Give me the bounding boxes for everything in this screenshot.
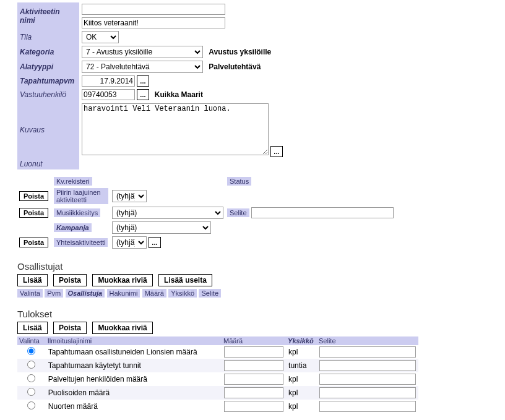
piirin-laajuinen-select[interactable]: (tyhjä) bbox=[112, 190, 147, 202]
poista-row-1[interactable]: Poista bbox=[19, 191, 48, 201]
row-name: Puolisoiden määrä bbox=[46, 386, 222, 400]
row-radio[interactable] bbox=[27, 388, 35, 396]
row-maara-input[interactable] bbox=[224, 387, 283, 398]
col-selite: Selite bbox=[199, 289, 221, 298]
osallistujat-toolbar: Lisää Poista Muokkaa riviä Lisää useita bbox=[17, 274, 488, 286]
tulokset-col-ilmoituslajinimi: Ilmoituslajinimi bbox=[46, 336, 222, 345]
label-luonut: Luonut bbox=[17, 158, 79, 169]
row-name: Palveltujen henkilöiden määrä bbox=[46, 372, 222, 386]
activity-form: Aktiviteetin nimi Tila OK Kategoria 7 - … bbox=[17, 2, 285, 169]
label-kategoria: Kategoria bbox=[17, 45, 79, 59]
osallistujat-poista-button[interactable]: Poista bbox=[53, 274, 87, 286]
row-selite-input[interactable] bbox=[319, 387, 416, 398]
row-name: Nuorten määrä bbox=[46, 400, 222, 413]
blank-top-input[interactable] bbox=[82, 4, 225, 15]
osallistujat-header: Valinta Pvm Osallistuja Hakunimi Määrä Y… bbox=[17, 289, 488, 298]
table-row: Palveltujen henkilöiden määräkpl bbox=[17, 372, 418, 386]
kategoria-text: Avustus yksilöille bbox=[209, 48, 271, 56]
kategoria-select[interactable]: 7 - Avustus yksilöille bbox=[82, 46, 203, 58]
yhteisaktiviteetti-select[interactable]: (tyhjä) bbox=[112, 236, 147, 249]
table-row: Tapahtumaan osallistuneiden Lionsien mää… bbox=[17, 345, 418, 359]
aktiviteetin-nimi-input[interactable] bbox=[82, 17, 225, 28]
musiikkiesitys-select[interactable]: (tyhjä) bbox=[112, 207, 223, 219]
poista-row-4[interactable]: Poista bbox=[19, 238, 48, 247]
osallistujat-lisaa-button[interactable]: Lisää bbox=[17, 274, 48, 286]
table-row: Nuorten määräkpl bbox=[17, 400, 418, 413]
label-tila: Tila bbox=[17, 30, 79, 45]
row-maara-input[interactable] bbox=[224, 346, 283, 358]
row-radio[interactable] bbox=[27, 401, 35, 409]
row-radio[interactable] bbox=[27, 374, 35, 382]
row-unit: kpl bbox=[286, 345, 317, 359]
label-tapahtumapvm: Tapahtumapvm bbox=[17, 74, 79, 88]
tulokset-table: Valinta Ilmoituslajinimi Määrä Yksikkö S… bbox=[17, 336, 418, 413]
table-row: Puolisoiden määräkpl bbox=[17, 386, 418, 400]
row-radio[interactable] bbox=[27, 347, 35, 355]
kuvaus-expand-button[interactable]: ... bbox=[270, 146, 282, 157]
tulokset-col-valinta: Valinta bbox=[17, 336, 46, 345]
col-kvrekisteri: Kv.rekisteri bbox=[54, 177, 92, 186]
col-pvm: Pvm bbox=[45, 289, 63, 298]
col-maara: Määrä bbox=[142, 289, 166, 298]
tulokset-lisaa-button[interactable]: Lisää bbox=[17, 322, 48, 334]
tapahtumapvm-picker-button[interactable]: ... bbox=[137, 75, 149, 87]
label-kampanja: Kampanja bbox=[54, 223, 92, 232]
label-alatyyppi: Alatyyppi bbox=[17, 59, 79, 74]
osallistujat-muokkaa-button[interactable]: Muokkaa riviä bbox=[92, 274, 152, 286]
row-unit: kpl bbox=[286, 386, 317, 400]
table-row: Tapahtumaan käytetyt tunnittuntia bbox=[17, 359, 418, 372]
sub-attributes: Kv.rekisteri Status Poista Piirin laajui… bbox=[17, 176, 395, 250]
tulokset-muokkaa-button[interactable]: Muokkaa riviä bbox=[92, 322, 152, 334]
row-selite-input[interactable] bbox=[319, 374, 416, 385]
tulokset-col-selite: Selite bbox=[317, 336, 418, 345]
col-valinta: Valinta bbox=[17, 289, 43, 298]
alatyyppi-text: Palvelutehtävä bbox=[209, 62, 261, 71]
label-aktiviteetin-nimi: Aktiviteetin nimi bbox=[17, 2, 79, 30]
row-name: Tapahtumaan osallistuneiden Lionsien mää… bbox=[46, 345, 222, 359]
tulokset-toolbar: Lisää Poista Muokkaa riviä bbox=[17, 322, 488, 334]
row-maara-input[interactable] bbox=[224, 360, 283, 371]
label-piirin-laajuinen: Piirin laajuinen aktiviteetti bbox=[54, 188, 108, 204]
row-selite-input[interactable] bbox=[319, 401, 416, 412]
tulokset-poista-button[interactable]: Poista bbox=[53, 322, 87, 334]
tulokset-col-maara: Määrä bbox=[222, 336, 286, 345]
col-status: Status bbox=[227, 177, 251, 186]
row-name: Tapahtumaan käytetyt tunnit bbox=[46, 359, 222, 372]
col-osallistuja: Osallistuja bbox=[66, 289, 105, 298]
osallistujat-title: Osallistujat bbox=[17, 261, 488, 272]
label-selite: Selite bbox=[227, 208, 249, 217]
tila-select[interactable]: OK bbox=[82, 31, 119, 43]
row-selite-input[interactable] bbox=[319, 360, 416, 371]
alatyyppi-select[interactable]: 72 - Palvelutehtävä bbox=[82, 61, 203, 73]
col-yksikko: Yksikkö bbox=[168, 289, 197, 298]
vastuuhenkilo-picker-button[interactable]: ... bbox=[137, 89, 149, 100]
row-selite-input[interactable] bbox=[319, 346, 416, 358]
label-kuvaus: Kuvaus bbox=[17, 101, 79, 158]
kampanja-select[interactable]: (tyhjä) bbox=[112, 221, 211, 234]
row-unit: kpl bbox=[286, 400, 317, 413]
label-vastuuhenkilo: Vastuuhenkilö bbox=[17, 88, 79, 101]
label-musiikkiesitys: Musiikkiesitys bbox=[54, 208, 100, 217]
musiikkiesitys-selite-input[interactable] bbox=[251, 207, 394, 218]
osallistujat-lisaa-useita-button[interactable]: Lisää useita bbox=[158, 274, 212, 286]
label-yhteisaktiviteetti: Yhteisaktiviteetti bbox=[54, 238, 108, 247]
row-maara-input[interactable] bbox=[224, 401, 283, 412]
row-maara-input[interactable] bbox=[224, 374, 283, 385]
col-hakunimi: Hakunimi bbox=[107, 289, 140, 298]
row-radio[interactable] bbox=[27, 361, 35, 369]
row-unit: tuntia bbox=[286, 359, 317, 372]
tulokset-col-yksikko: Yksikkö bbox=[286, 336, 317, 345]
kuvaus-textarea[interactable]: haravointi Veli Veteraanin luona. bbox=[82, 103, 269, 155]
row-unit: kpl bbox=[286, 372, 317, 386]
yhteisaktiviteetti-picker-button[interactable]: ... bbox=[149, 237, 160, 248]
vastuuhenkilo-name: Kuikka Maarit bbox=[155, 90, 203, 99]
vastuuhenkilo-code-input[interactable] bbox=[82, 89, 135, 100]
tapahtumapvm-input[interactable] bbox=[82, 75, 135, 87]
tulokset-title: Tulokset bbox=[17, 309, 488, 319]
poista-row-2[interactable]: Poista bbox=[19, 208, 48, 218]
